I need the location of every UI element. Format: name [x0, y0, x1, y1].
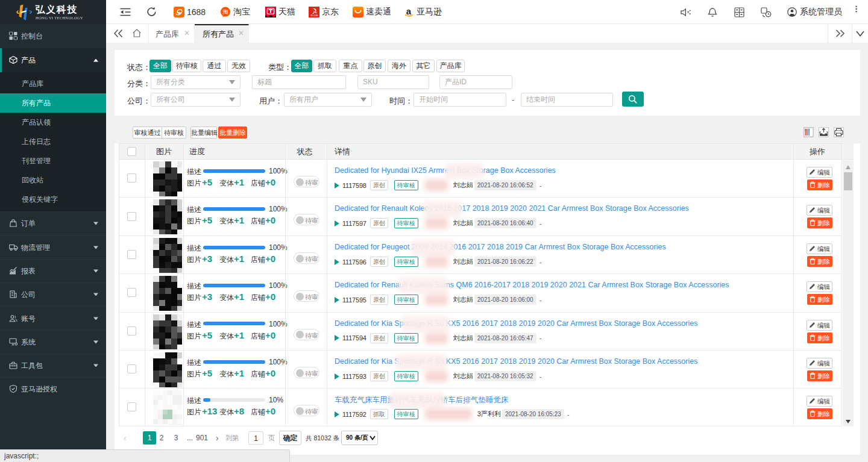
svg-text:a: a: [406, 7, 412, 16]
svg-text:淘: 淘: [222, 8, 228, 15]
svg-text:JD.COM: JD.COM: [310, 14, 318, 16]
